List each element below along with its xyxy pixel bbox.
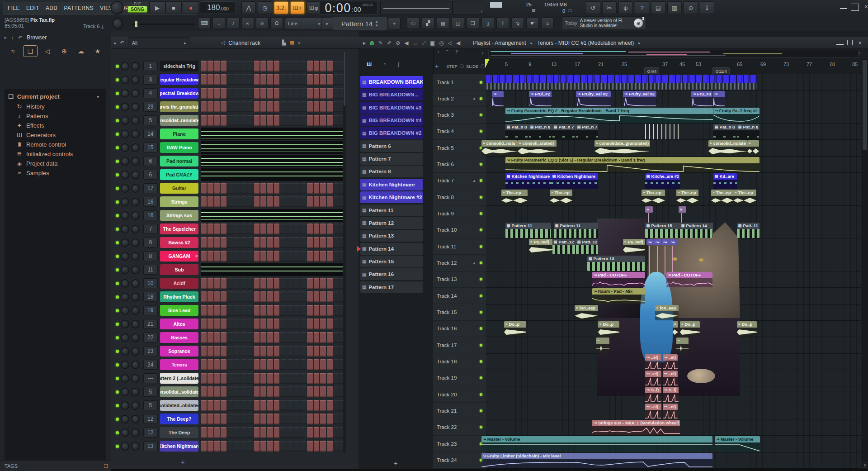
step-cell[interactable] (320, 278, 326, 289)
step-cell[interactable] (247, 414, 253, 424)
audio-clip[interactable]: »Do..p (504, 321, 526, 337)
step-sequencer-row[interactable] (201, 319, 346, 329)
audio-clip[interactable]: » (676, 338, 689, 353)
channel-knob[interactable] (131, 171, 140, 179)
step-cell[interactable] (227, 305, 233, 316)
step-cell[interactable] (320, 183, 326, 194)
step-cell[interactable] (254, 305, 260, 316)
step-cell[interactable] (327, 237, 333, 248)
channel-enable-led[interactable] (116, 363, 119, 366)
step-cell[interactable] (287, 305, 293, 316)
step-cell[interactable] (201, 346, 207, 357)
step-cell[interactable] (274, 373, 280, 384)
channel-enable-led[interactable] (116, 146, 119, 149)
menu-file[interactable]: FILE (8, 5, 20, 11)
channel-knob[interactable] (121, 293, 129, 301)
step-cell[interactable] (214, 400, 220, 411)
rack-undo-icon[interactable]: ↶ (120, 40, 124, 46)
step-cell[interactable] (294, 332, 300, 343)
step-cell[interactable] (320, 101, 326, 112)
channel-number[interactable]: 7 (143, 224, 158, 234)
step-cell[interactable] (234, 251, 240, 262)
step-cell[interactable] (234, 115, 240, 126)
step-cell[interactable] (234, 414, 240, 424)
step-cell[interactable] (320, 88, 326, 99)
auto-clip[interactable]: ↝Fruity..vel #2 (623, 91, 656, 106)
channel-knob[interactable] (121, 130, 129, 138)
step-cell[interactable] (221, 386, 226, 397)
channel-number[interactable]: 11 (143, 265, 158, 275)
step-cell[interactable] (260, 373, 266, 384)
channel-knob[interactable] (121, 374, 129, 383)
step-cell[interactable] (294, 291, 300, 302)
channel-button-consolidated-olidated-2[interactable]: consolidated..olidated) #2» (160, 400, 199, 411)
overview-left-arrow-icon[interactable]: ‹ (482, 51, 483, 56)
step-cell[interactable] (221, 346, 226, 357)
step-cell[interactable] (320, 291, 326, 302)
channel-button-strings-sus[interactable]: Strings sus (160, 210, 199, 221)
playhead-marker[interactable] (485, 59, 490, 68)
step-cell[interactable] (234, 224, 240, 234)
step-cell[interactable] (334, 88, 340, 99)
track-header-22[interactable]: Track 22 (433, 419, 486, 436)
auto-clip[interactable]: ↝..el) (645, 354, 661, 370)
step-cell[interactable] (227, 61, 233, 71)
step-cell[interactable] (280, 183, 286, 194)
step-cell[interactable] (280, 74, 286, 85)
step-cell[interactable] (254, 278, 260, 289)
step-cell[interactable] (241, 400, 246, 411)
step-sequencer-row[interactable] (201, 196, 346, 207)
step-cell[interactable] (280, 101, 286, 112)
step-cell[interactable] (214, 359, 220, 370)
step-cell[interactable] (280, 278, 286, 289)
step-cell[interactable] (320, 332, 326, 343)
auto-clip[interactable]: ↝Frui..#2 (529, 91, 552, 106)
step-cell[interactable] (247, 346, 253, 357)
step-cell[interactable] (274, 319, 280, 329)
channel-number[interactable]: 17 (143, 183, 158, 193)
step-cell[interactable] (254, 196, 260, 207)
restore-button[interactable] (851, 4, 859, 11)
step-cell[interactable] (201, 183, 207, 194)
step-cell[interactable] (208, 61, 213, 71)
step-cell[interactable] (234, 400, 240, 411)
channel-enable-led[interactable] (116, 377, 119, 380)
track-led[interactable] (480, 228, 482, 231)
step-cell[interactable] (274, 61, 280, 71)
step-cell[interactable] (274, 427, 280, 438)
channel-number[interactable]: 16 (143, 197, 158, 207)
step-cell[interactable] (241, 291, 246, 302)
step-cell[interactable] (208, 346, 213, 357)
track-header-4[interactable]: Track 4 (433, 124, 486, 140)
step-cell[interactable] (280, 441, 286, 452)
channel-knob[interactable] (121, 198, 129, 206)
step-cell[interactable] (280, 427, 286, 438)
step-cell[interactable] (307, 414, 313, 424)
step-cell[interactable] (287, 414, 293, 424)
step-cell[interactable] (287, 183, 293, 194)
step-cell[interactable] (247, 88, 253, 99)
step-sequencer-row[interactable] (201, 224, 346, 234)
track-header-21[interactable]: Track 21 (433, 403, 486, 419)
step-cell[interactable] (260, 319, 266, 329)
channel-knob[interactable] (121, 157, 129, 166)
add-channel-button[interactable]: + (181, 458, 185, 466)
step-cell[interactable] (274, 196, 280, 207)
track-header-20[interactable]: Track 20 (433, 386, 486, 403)
notepad-icon[interactable]: ▯ (481, 17, 494, 29)
channel-button-pattern-2-solidated-[interactable]: Pattern 2 (..solidated)» (160, 373, 199, 384)
step-cell[interactable] (274, 278, 280, 289)
step-cell[interactable] (280, 115, 286, 126)
step-cell[interactable] (214, 61, 220, 71)
step-cell[interactable] (254, 427, 260, 438)
step-cell[interactable] (287, 88, 293, 99)
step-cell[interactable] (260, 332, 266, 343)
audio-clip[interactable]: »consoli..ulated) (518, 140, 557, 156)
track-header-1[interactable]: Track 1 (433, 74, 486, 90)
step-cell[interactable] (254, 237, 260, 248)
step-cell[interactable] (208, 237, 213, 248)
channel-knob[interactable] (131, 89, 140, 98)
step-cell[interactable] (287, 346, 293, 357)
channel-number[interactable]: 19 (143, 305, 158, 315)
record-audio-icon[interactable]: ψ (618, 1, 633, 14)
